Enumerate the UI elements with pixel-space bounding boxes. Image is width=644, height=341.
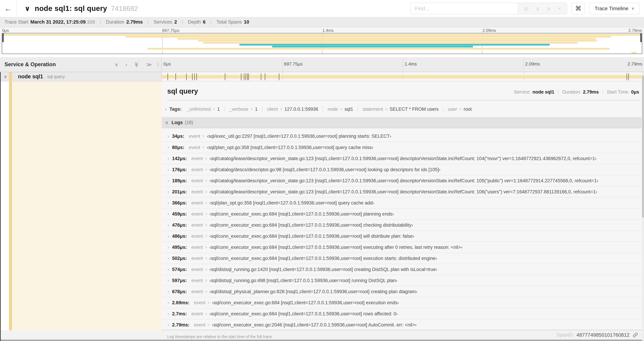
log-timestamp: 366μs: — [172, 200, 187, 206]
log-row[interactable]: ›142μs:event=‹sql/catalog/lease/descript… — [162, 153, 642, 164]
duration-label: Duration: — [562, 89, 581, 95]
log-equals: = — [205, 212, 208, 216]
tag-value: SELECT * FROM users — [390, 107, 438, 112]
log-timestamp: 495μs: — [172, 245, 187, 250]
log-row[interactable]: ›366μs:event=‹sql/plan_opt.go:358 [nsql1… — [162, 197, 642, 208]
log-row[interactable]: ›2.7ms:event=‹sql/conn_executor_exec.go:… — [162, 308, 642, 319]
log-row[interactable]: ›597μs:event=‹sql/distsql_running.go:498… — [162, 275, 642, 286]
prev-result-icon[interactable]: ∧ — [536, 6, 540, 12]
chevron-right-icon: › — [168, 245, 169, 250]
logs-accordion-header[interactable]: ∨ Logs (18) — [162, 117, 642, 128]
log-equals: = — [205, 256, 208, 261]
minimap-tick-labels: 0μs697.75μs1.4ms2.09ms2.79ms — [2, 27, 642, 33]
start-time-value: 0μs — [631, 89, 639, 95]
timeline-minimap-canvas[interactable] — [2, 33, 642, 54]
tags-accordion[interactable]: › Tags: _unfinished=1_verbose=1client=12… — [165, 106, 639, 112]
log-row[interactable]: ›189μs:event=‹sql/catalog/lease/descript… — [162, 175, 642, 186]
minimap-span-bar — [203, 42, 578, 44]
expand-one-icon[interactable]: › — [125, 62, 127, 67]
log-row[interactable]: ›2.79ms:event=‹sql/conn_executor_exec.go… — [162, 319, 642, 330]
vertical-scrollbar[interactable] — [642, 72, 644, 341]
log-row[interactable]: ›678μs:event=‹sql/distsql_physical_plann… — [162, 286, 642, 297]
keyboard-shortcuts-button[interactable]: ⌘ — [571, 3, 585, 14]
log-message: ‹sql/conn_executor_exec.go:684 [nsql1,cl… — [210, 245, 462, 250]
tag-equals: = — [459, 107, 462, 112]
collapse-controls: ∨ › ≫ ≫ — [114, 62, 152, 68]
left-scroll-edge[interactable] — [0, 72, 1, 341]
back-button[interactable]: ← — [0, 0, 16, 17]
log-message: ‹sql/conn_executor_exec.go:684 [nsql1,cl… — [210, 222, 413, 228]
locate-icon[interactable]: ◎ — [524, 6, 528, 12]
log-field-key: event — [192, 278, 203, 283]
chevron-right-icon: › — [168, 156, 169, 161]
chevron-right-icon: › — [168, 289, 169, 294]
log-timestamp: 2.69ms: — [172, 300, 190, 305]
log-timestamp: 189μs: — [172, 178, 187, 183]
service-operation-title: Service & Operation — [4, 61, 56, 68]
ruler-tick-label: 0μs — [162, 61, 171, 67]
minimap-tick-label: 697.75μs — [162, 28, 179, 33]
service-value: node sql1 — [532, 89, 554, 95]
span-detail-title: sql query — [167, 87, 198, 95]
log-message: ‹sql/conn_executor_exec.go:684 [nsql1,cl… — [210, 311, 398, 316]
minimap-span-bar — [240, 44, 550, 46]
log-row[interactable]: ›486μs:event=‹sql/conn_executor_exec.go:… — [162, 230, 642, 241]
next-result-icon[interactable]: ∨ — [547, 6, 551, 12]
ruler-tick-label: 697.75μs — [282, 61, 303, 67]
log-message: ‹sql/distsql_physical_planner.go:828 [ns… — [210, 289, 418, 294]
log-row[interactable]: ›459μs:event=‹sql/conn_executor_exec.go:… — [162, 208, 642, 219]
span-operation-name: sql query — [47, 74, 65, 79]
log-timestamp: 486μs: — [172, 234, 187, 239]
duration-value: 2.79ms — [583, 89, 599, 95]
log-timestamp: 176μs: — [172, 167, 187, 172]
span-row-name-cell[interactable]: ∨ node sql1 sql query — [0, 72, 162, 81]
minimap-span-bar — [148, 48, 610, 50]
service-operation-column-header: Service & Operation ∨ › ≫ ≫ — [0, 57, 162, 72]
minimap-tick-label: 1.4ms — [322, 28, 334, 33]
top-bar: ← ∨ node sql1: sql query 7418682 ◎ ∧ ∨ ×… — [0, 0, 644, 17]
find-input[interactable] — [410, 3, 518, 14]
logs-footnote: Log timestamps are relative to the start… — [167, 334, 642, 339]
log-field-key: event — [194, 300, 206, 305]
log-row[interactable]: ›80μs:event=‹sql/plan_opt.go:358 [nsql1,… — [162, 142, 642, 153]
clear-search-icon[interactable]: × — [558, 6, 561, 12]
summary-value: March 31 2022, 17:25:09 — [30, 19, 86, 25]
command-icon: ⌘ — [575, 5, 581, 12]
chevron-right-icon: › — [168, 278, 169, 283]
trace-collapse-chevron-icon[interactable]: ∨ — [24, 5, 30, 13]
log-row[interactable]: ›574μs:event=‹sql/distsql_running.go:142… — [162, 264, 642, 275]
ruler-tick-label: 2.09ms — [524, 61, 540, 67]
log-equals: = — [205, 156, 208, 161]
minimap-span-bar — [126, 36, 611, 38]
log-row[interactable]: ›2.69ms:event=‹sql/conn_executor_exec.go… — [162, 297, 642, 308]
log-row[interactable]: ›502μs:event=‹sql/conn_executor_exec.go:… — [162, 253, 642, 264]
log-row[interactable]: ›176μs:event=‹sql/catalog/descs/descript… — [162, 164, 642, 175]
minimap-right-scrub-handle[interactable] — [640, 34, 642, 42]
back-arrow-icon: ← — [4, 4, 12, 13]
expand-all-icon[interactable]: ≫ — [146, 62, 152, 68]
log-field-key: event — [194, 322, 206, 328]
column-resizer-grip[interactable] — [157, 62, 159, 67]
log-row[interactable]: ›476μs:event=‹sql/conn_executor_exec.go:… — [162, 219, 642, 230]
minimap-left-scrub-handle[interactable] — [2, 34, 4, 42]
log-row[interactable]: ›201μs:event=‹sql/catalog/lease/descript… — [162, 186, 642, 197]
log-row[interactable]: ›34μs:event=‹sql/exec_util.go:2297 [nsql… — [162, 131, 642, 142]
log-equals: = — [205, 223, 208, 227]
logs-count: (18) — [185, 120, 193, 125]
collapse-one-icon[interactable]: ∨ — [114, 62, 118, 68]
span-detail-left-column — [0, 82, 162, 330]
log-message: ‹sql/catalog/descs/descriptor.go:98 [nsq… — [210, 167, 440, 172]
span-row[interactable]: ∨ node sql1 sql query — [0, 72, 644, 82]
tag-key: _verbose — [229, 107, 248, 112]
log-row[interactable]: ›495μs:event=‹sql/conn_executor_exec.go:… — [162, 241, 642, 253]
vertical-scrollbar-thumb[interactable] — [642, 76, 644, 218]
chevron-right-icon: › — [168, 145, 169, 150]
log-message: ‹sql/catalog/lease/descriptor_version_st… — [210, 178, 598, 183]
span-bar-cell[interactable] — [162, 72, 644, 81]
trace-view-dropdown[interactable]: Trace Timeline ∨ — [589, 3, 640, 14]
divider: | — [182, 20, 183, 25]
trace-id: 7418682 — [111, 5, 138, 13]
collapse-all-icon[interactable]: ≫ — [134, 62, 140, 67]
span-collapse-chevron-icon[interactable]: ∨ — [4, 74, 7, 79]
tag-value: 1 — [217, 107, 220, 112]
